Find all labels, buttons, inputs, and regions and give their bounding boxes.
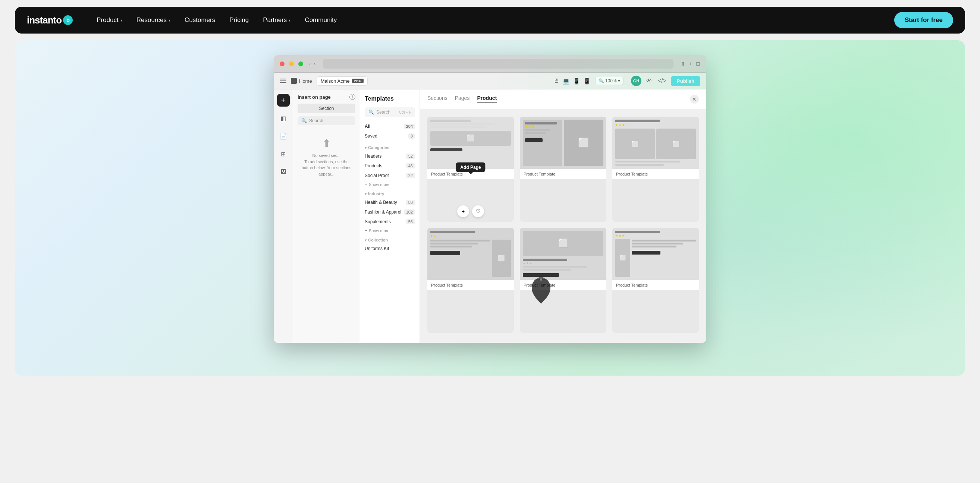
- logo-icon: ʊ: [63, 15, 73, 25]
- browser-new-tab-icon[interactable]: +: [689, 61, 692, 67]
- browser-back-icon[interactable]: ‹: [309, 61, 311, 67]
- filter-products[interactable]: Products 46: [365, 161, 415, 171]
- filter-supplements[interactable]: Supplements 56: [365, 217, 415, 227]
- nav-pricing[interactable]: Pricing: [223, 13, 255, 27]
- hamburger-menu-icon[interactable]: [280, 79, 286, 83]
- no-saved-description: No saved sec... To add sections, use the…: [301, 153, 352, 177]
- nav-partners[interactable]: Partners ▾: [257, 13, 296, 27]
- nav-product[interactable]: Product ▾: [91, 13, 128, 27]
- add-template-button[interactable]: +: [457, 205, 469, 217]
- search-icon: 🔍: [368, 110, 374, 115]
- search-icon: 🔍: [301, 118, 307, 123]
- sidebar-components-icon[interactable]: ⊞: [277, 148, 290, 160]
- toolbar-right: GH 👁 </> Publish: [631, 76, 700, 86]
- sidebar-layers-icon[interactable]: ◧: [277, 112, 290, 124]
- browser-forward-icon[interactable]: ›: [314, 61, 316, 67]
- browser-minimize-btn[interactable]: [289, 62, 294, 66]
- home-icon: [291, 78, 297, 84]
- filter-headers[interactable]: Headers 52: [365, 151, 415, 161]
- browser-maximize-btn[interactable]: [298, 62, 303, 66]
- template-grid: ⬜ Add Page + ♡ Product Template: [420, 109, 706, 340]
- nav-customers[interactable]: Customers: [179, 13, 221, 27]
- tab-product[interactable]: Product: [477, 95, 497, 103]
- filter-all[interactable]: All 204: [365, 121, 415, 131]
- template-card-3[interactable]: ⬜ ⬜ Product Template: [612, 117, 699, 222]
- template-card-2[interactable]: ⬜ Product Template: [520, 117, 606, 222]
- template-card-3-label: Product Template: [612, 169, 699, 179]
- templates-title: Templates: [365, 95, 415, 102]
- start-for-free-button[interactable]: Start for free: [894, 12, 953, 28]
- show-more-industry[interactable]: Show more: [365, 228, 415, 233]
- template-preview-4: ⬜: [427, 228, 514, 280]
- browser-menu-icon[interactable]: ⊟: [696, 61, 700, 67]
- insert-panel: Insert on page i Section 🔍 Search ⬆ No s…: [293, 89, 360, 343]
- close-templates-button[interactable]: ✕: [690, 95, 699, 103]
- browser-close-btn[interactable]: [280, 62, 285, 66]
- tab-pages[interactable]: Pages: [455, 95, 470, 103]
- collection-label: Collection: [365, 238, 415, 242]
- site-name[interactable]: Maison Acme PRO: [317, 76, 368, 86]
- desktop-icon[interactable]: 🖥: [554, 78, 559, 84]
- hero-area: ‹ › ⬆ + ⊟ Home Maison Acme PRO: [15, 40, 965, 376]
- add-element-button[interactable]: +: [277, 94, 290, 106]
- browser-chrome: ‹ › ⬆ + ⊟: [274, 55, 706, 73]
- template-card-6[interactable]: ⬜ Product Template: [612, 228, 699, 333]
- nav-community[interactable]: Community: [299, 13, 343, 27]
- tab-list: Sections Pages Product: [427, 95, 497, 103]
- filter-uniforms-kit[interactable]: Uniforms Kit: [365, 244, 415, 253]
- insert-panel-header: Insert on page i: [298, 94, 355, 100]
- template-card-6-label: Product Template: [612, 280, 699, 290]
- avatar[interactable]: GH: [631, 76, 641, 86]
- app-body: + ◧ 📄 ⊞ 🖼 Insert on page i Section 🔍 Sea…: [274, 89, 706, 343]
- template-preview-6: ⬜: [612, 228, 699, 280]
- template-preview-1: ⬜: [427, 117, 514, 169]
- publish-button[interactable]: Publish: [671, 76, 700, 86]
- preview-icon[interactable]: 👁: [644, 76, 653, 86]
- browser-window: ‹ › ⬆ + ⊟ Home Maison Acme PRO: [274, 55, 706, 343]
- sidebar-pages-icon[interactable]: 📄: [277, 130, 290, 142]
- template-card-4-label: Product Template: [427, 280, 514, 290]
- logo-text: instanto: [27, 14, 62, 26]
- template-preview-3: ⬜ ⬜: [612, 117, 699, 169]
- template-card-4[interactable]: ⬜ Product Template: [427, 228, 514, 333]
- templates-search[interactable]: 🔍 Search Ctrl + F: [365, 107, 415, 117]
- template-card-1[interactable]: ⬜ Add Page + ♡ Product Template: [427, 117, 514, 222]
- browser-share-icon[interactable]: ⬆: [681, 61, 686, 67]
- template-preview-2: ⬜: [520, 117, 606, 169]
- filter-fashion-apparel[interactable]: Fashion & Apparel 102: [365, 207, 415, 217]
- left-sidebar: + ◧ 📄 ⊞ 🖼: [274, 89, 293, 343]
- sidebar-media-icon[interactable]: 🖼: [277, 165, 290, 178]
- templates-panel: Templates 🔍 Search Ctrl + F All 204 Save…: [360, 89, 420, 343]
- code-icon[interactable]: </>: [656, 76, 668, 86]
- categories-label: Categories: [365, 145, 415, 150]
- filter-health-beauty[interactable]: Health & Beauty 80: [365, 197, 415, 207]
- filter-social-proof[interactable]: Social Proof 22: [365, 171, 415, 180]
- zoom-selector[interactable]: 🔍 100% ▾: [595, 77, 624, 85]
- laptop-icon[interactable]: 💻: [562, 78, 570, 84]
- nav-resources[interactable]: Resources ▾: [130, 13, 177, 27]
- tab-sections[interactable]: Sections: [427, 95, 447, 103]
- filter-saved[interactable]: Saved 8: [365, 131, 415, 141]
- mobile-icon[interactable]: 📱: [583, 78, 591, 84]
- insert-search[interactable]: 🔍 Search: [298, 116, 355, 125]
- favorite-template-button[interactable]: ♡: [472, 205, 484, 217]
- tablet-icon[interactable]: 📱: [573, 78, 580, 84]
- home-tab[interactable]: Home: [291, 78, 312, 84]
- template-card-2-label: Product Template: [520, 169, 606, 179]
- browser-address-bar[interactable]: [323, 59, 673, 68]
- logo[interactable]: instantoʊ: [27, 14, 73, 26]
- section-button[interactable]: Section: [298, 103, 355, 113]
- nav-links: Product ▾ Resources ▾ Customers Pricing …: [91, 13, 894, 27]
- chevron-down-icon: ▾: [169, 18, 170, 22]
- template-preview-5: ⬜: [520, 228, 606, 280]
- template-card-5[interactable]: ⬜: [520, 228, 606, 333]
- chevron-down-icon: ▾: [289, 18, 291, 22]
- device-icons: 🖥 💻 📱 📱: [554, 78, 591, 84]
- no-saved-section: ⬆ No saved sec... To add sections, use t…: [298, 130, 355, 184]
- info-icon[interactable]: i: [349, 94, 355, 100]
- card-action-buttons: + ♡: [457, 205, 484, 217]
- add-page-tooltip: Add Page: [456, 162, 485, 172]
- industry-label: Industry: [365, 192, 415, 196]
- template-grid-area: Sections Pages Product ✕: [420, 89, 706, 343]
- show-more-categories[interactable]: Show more: [365, 182, 415, 187]
